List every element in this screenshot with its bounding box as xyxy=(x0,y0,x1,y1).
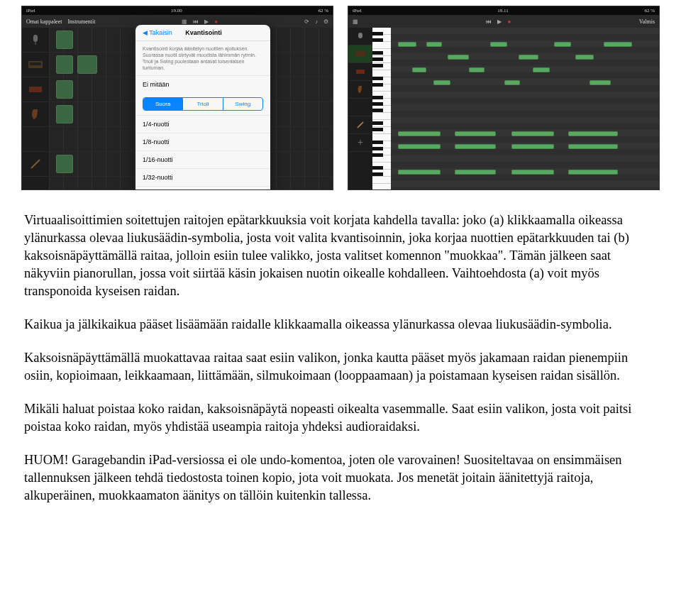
svg-rect-6 xyxy=(358,33,362,38)
record-icon[interactable]: ● xyxy=(507,18,511,25)
back-button[interactable]: ◀ Takaisin xyxy=(143,29,172,36)
svg-line-5 xyxy=(31,160,40,168)
my-songs-button[interactable]: Omat kappaleet xyxy=(26,18,62,25)
piano-roll-grid[interactable] xyxy=(391,28,659,189)
midi-note[interactable] xyxy=(575,55,594,60)
quantize-popover: ◀ Takaisin Kvantisointi Kvantisointi kor… xyxy=(135,25,270,190)
svg-line-9 xyxy=(358,122,363,128)
toolbar-icon[interactable]: ▦ xyxy=(353,18,358,25)
mini-track[interactable] xyxy=(348,28,372,45)
midi-note[interactable] xyxy=(511,170,554,175)
midi-note[interactable] xyxy=(554,42,571,47)
midi-note[interactable] xyxy=(398,170,441,175)
quantize-option[interactable]: 1/64-nuotti xyxy=(135,186,270,190)
midi-note[interactable] xyxy=(398,42,416,47)
play-icon[interactable]: ▶ xyxy=(497,18,502,25)
midi-note[interactable] xyxy=(455,144,496,149)
midi-note[interactable] xyxy=(412,67,426,72)
device-label: iPad xyxy=(26,8,35,13)
play-icon[interactable]: ▶ xyxy=(204,18,209,25)
instruments-button[interactable]: Instrumentit xyxy=(67,18,95,25)
midi-note[interactable] xyxy=(504,80,520,85)
midi-note[interactable] xyxy=(511,144,554,149)
midi-note[interactable] xyxy=(469,67,485,72)
popover-description: Kvantisointi korjaa äänitetyn nuottien a… xyxy=(135,41,270,75)
tracks-column xyxy=(22,28,49,189)
record-icon[interactable]: ● xyxy=(214,18,218,25)
mini-track[interactable] xyxy=(348,63,372,81)
track-icon-strings[interactable] xyxy=(22,102,49,127)
track-icon-organ[interactable] xyxy=(22,77,49,102)
track-icon-piano[interactable] xyxy=(22,53,49,77)
time-label: 19.11 xyxy=(497,8,509,13)
midi-note[interactable] xyxy=(604,42,632,47)
done-button[interactable]: Valmis xyxy=(639,18,655,25)
midi-note[interactable] xyxy=(398,131,441,136)
audio-clip[interactable] xyxy=(56,31,73,49)
mini-track-selected[interactable] xyxy=(348,45,372,63)
midi-note[interactable] xyxy=(589,80,611,85)
track-icon-empty[interactable] xyxy=(22,127,49,152)
svg-rect-8 xyxy=(356,70,365,74)
track-icon-guitar[interactable] xyxy=(22,152,49,177)
track-icon-mic[interactable] xyxy=(22,28,49,53)
rewind-icon[interactable]: ⏮ xyxy=(193,18,199,25)
battery-label: 62 % xyxy=(318,8,328,13)
paragraph: Kaksoisnäpäyttämällä muokattavaa raitaa … xyxy=(24,349,657,385)
paragraph: Kaikua ja jälkikaikua pääset lisäämään r… xyxy=(24,316,657,334)
segment-swing[interactable]: Swing xyxy=(223,98,262,110)
segment-straight[interactable]: Suora xyxy=(143,98,183,110)
midi-note[interactable] xyxy=(490,42,507,47)
midi-note[interactable] xyxy=(455,170,496,175)
audio-clip[interactable] xyxy=(56,55,73,74)
paragraph: Mikäli haluat poistaa koko raidan, kakso… xyxy=(24,400,657,436)
screenshot-pianoroll: iPad 19.11 62 % ▦ ⏮ ▶ ● Valmis + xyxy=(348,6,660,190)
screenshots-row: iPad 19.00 62 % Omat kappaleet Instrumen… xyxy=(0,0,681,204)
loop-icon[interactable]: ⟳ xyxy=(304,18,309,25)
settings-icon[interactable]: ⚙ xyxy=(323,18,328,25)
popover-title: Kvantisointi xyxy=(185,29,222,36)
paragraph: Virtuaalisoittimien soitettujen raitojen… xyxy=(24,211,657,300)
svg-rect-0 xyxy=(33,35,38,42)
paragraph: HUOM! Garagebandin iPad-versiossa ei ole… xyxy=(24,451,657,505)
add-track-button[interactable]: + xyxy=(348,134,372,152)
midi-note[interactable] xyxy=(455,131,496,136)
midi-note[interactable] xyxy=(568,144,618,149)
mini-track[interactable] xyxy=(348,99,372,116)
toolbar-icon[interactable]: ▦ xyxy=(182,18,187,25)
status-bar: iPad 19.00 62 % xyxy=(22,6,333,15)
quantize-option[interactable]: 1/32-nuotti xyxy=(135,168,270,186)
battery-label: 62 % xyxy=(644,8,655,13)
quantize-option[interactable]: 1/16-nuotti xyxy=(135,150,270,168)
audio-clip[interactable] xyxy=(56,155,73,173)
midi-note[interactable] xyxy=(519,55,538,60)
svg-rect-7 xyxy=(355,51,365,57)
mixer-icon[interactable]: ♪ xyxy=(315,18,318,25)
midi-note[interactable] xyxy=(511,131,554,136)
quantize-option[interactable]: 1/8-nuotti xyxy=(135,133,270,150)
quantize-segments: Suora Trioli Swing xyxy=(143,97,263,111)
mini-track[interactable] xyxy=(348,81,372,99)
segment-triplet[interactable]: Trioli xyxy=(183,98,223,110)
midi-note[interactable] xyxy=(426,42,442,47)
midi-note[interactable] xyxy=(448,55,469,60)
screenshot-quantize: iPad 19.00 62 % Omat kappaleet Instrumen… xyxy=(21,6,333,190)
app-toolbar: ▦ ⏮ ▶ ● Valmis xyxy=(348,15,659,28)
document-body: Virtuaalisoittimien soitettujen raitojen… xyxy=(0,204,681,541)
midi-note[interactable] xyxy=(533,67,550,72)
midi-note[interactable] xyxy=(568,170,618,175)
midi-note[interactable] xyxy=(398,144,441,149)
audio-clip[interactable] xyxy=(56,105,73,123)
mini-track[interactable] xyxy=(348,116,372,134)
piano-keys[interactable] xyxy=(372,28,391,189)
rewind-icon[interactable]: ⏮ xyxy=(486,18,492,25)
quantize-option[interactable]: 1/4-nuotti xyxy=(135,115,270,133)
audio-clip[interactable] xyxy=(56,80,73,99)
mini-tracks: + xyxy=(348,28,372,189)
svg-rect-3 xyxy=(30,62,41,65)
audio-clip[interactable] xyxy=(77,55,97,74)
midi-note[interactable] xyxy=(568,131,618,136)
midi-note[interactable] xyxy=(433,80,450,85)
quantize-none-row[interactable]: Ei mitään xyxy=(135,75,270,93)
device-label: iPad xyxy=(353,8,361,13)
